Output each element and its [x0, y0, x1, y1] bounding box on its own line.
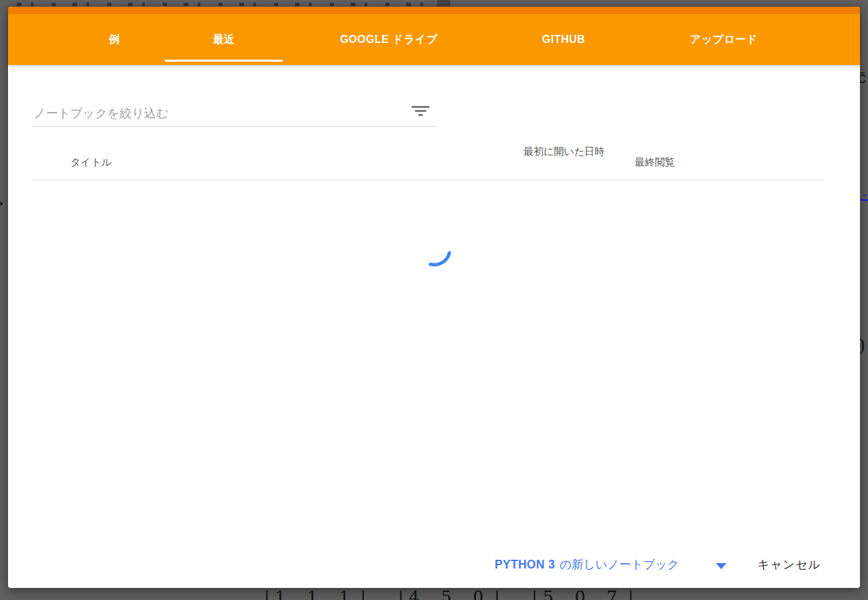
tab-recent-label: 最近	[213, 34, 235, 45]
dimmed-page-text-fragments	[17, 0, 432, 7]
dimmed-link-underline-fragment	[861, 199, 868, 201]
background-fragment: d	[0, 98, 8, 131]
background-fragment: c̄	[860, 68, 868, 90]
tab-github[interactable]: GITHUB	[497, 31, 631, 62]
filter-list-icon[interactable]	[412, 106, 430, 117]
cancel-button[interactable]: キャンセル	[757, 556, 821, 573]
tab-upload[interactable]: アップロード	[657, 31, 791, 62]
column-header-last-viewed: 最終閲覧	[635, 154, 675, 170]
header-top-strip	[8, 7, 860, 14]
dimmed-link-underline-fragment	[863, 194, 867, 196]
open-notebook-dialog: 例 最近 GOOGLE ドライブ GITHUB アップロード タイトル 最初に開…	[8, 7, 860, 588]
new-notebook-runtime-label: PYTHON 3	[495, 558, 555, 571]
new-python3-notebook-button[interactable]: PYTHON 3の新しいノートブック	[495, 556, 679, 573]
column-header-title: タイトル	[70, 154, 111, 170]
table-header-row: タイトル 最初に開いた日時 最終閲覧	[32, 141, 824, 180]
active-tab-underline	[165, 60, 283, 62]
tab-examples[interactable]: 例	[64, 31, 165, 62]
tab-recent[interactable]: 最近	[165, 31, 283, 62]
notebook-filter-input[interactable]	[32, 101, 437, 127]
background-fragment: )	[860, 334, 868, 357]
dimmed-matrix-output-fragment: | 1. 1. 1. | | 4. 5. 0. | | 5. 0. 7. |	[264, 587, 626, 600]
tab-google-drive[interactable]: GOOGLE ドライブ	[315, 31, 462, 62]
column-header-first-opened: 最初に開いた日時	[523, 143, 625, 160]
loading-spinner-icon	[414, 229, 454, 269]
arrow-drop-down-icon[interactable]	[716, 563, 727, 569]
background-fragment: >	[0, 194, 8, 213]
new-notebook-label: の新しいノートブック	[560, 558, 679, 571]
dialog-header: 例 最近 GOOGLE ドライブ GITHUB アップロード	[8, 7, 860, 65]
